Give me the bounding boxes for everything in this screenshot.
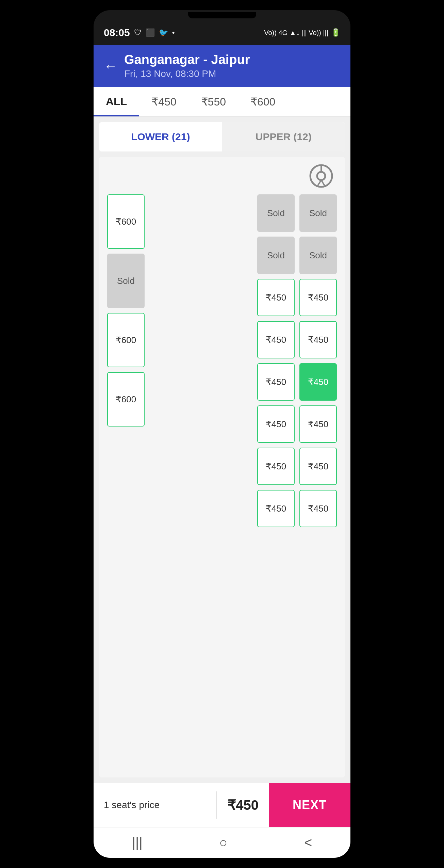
deck-toggle: LOWER (21) UPPER (12) <box>99 122 345 151</box>
seat-r6-1[interactable]: ₹450 <box>257 405 295 443</box>
seat-r3-1[interactable]: ₹450 <box>257 279 295 316</box>
seat-r6-2[interactable]: ₹450 <box>299 405 337 443</box>
notch-bar <box>94 10 350 20</box>
home-nav-icon[interactable]: ○ <box>219 835 227 850</box>
seat-r1-1[interactable]: Sold <box>257 194 295 232</box>
svg-line-3 <box>318 180 321 186</box>
dot-icon: • <box>172 28 175 37</box>
back-nav-icon[interactable]: < <box>304 835 312 850</box>
seat-r2-1[interactable]: Sold <box>257 237 295 274</box>
seat-r8-2[interactable]: ₹450 <box>299 490 337 527</box>
seat-map: ₹600 Sold ₹600 ₹600 <box>99 157 345 777</box>
departure-time: Fri, 13 Nov, 08:30 PM <box>124 68 250 79</box>
seat-left-2[interactable]: Sold <box>107 254 145 308</box>
total-price: ₹450 <box>217 797 269 813</box>
steering-wheel-icon <box>309 164 333 188</box>
seat-r4-2[interactable]: ₹450 <box>299 321 337 358</box>
tab-bar: ALL ₹450 ₹550 ₹600 <box>94 87 350 117</box>
steering-row <box>107 164 337 188</box>
left-column: ₹600 Sold ₹600 ₹600 <box>107 194 145 527</box>
bus-layout: ₹600 Sold ₹600 ₹600 <box>107 194 337 527</box>
right-col-2: Sold Sold ₹450 ₹450 <box>299 194 337 527</box>
tab-550[interactable]: ₹550 <box>189 87 238 116</box>
seat-left-3[interactable]: ₹600 <box>107 313 145 367</box>
amazon-icon: ⬛ <box>146 28 155 37</box>
svg-line-4 <box>321 180 325 186</box>
seat-r2-2[interactable]: Sold <box>299 237 337 274</box>
status-bar: 08:05 🛡 ⬛ 🐦 • Vo)) 4G ▲↓ ||| Vo)) ||| 🔋 <box>94 20 350 45</box>
seat-r5-2[interactable]: ₹450 <box>299 363 337 401</box>
seat-r7-2[interactable]: ₹450 <box>299 448 337 485</box>
tab-450[interactable]: ₹450 <box>139 87 188 116</box>
tab-all[interactable]: ALL <box>94 87 139 116</box>
tab-600[interactable]: ₹600 <box>238 87 287 116</box>
seat-left-1[interactable]: ₹600 <box>107 194 145 249</box>
next-button[interactable]: NEXT <box>269 783 350 827</box>
lower-deck-tab[interactable]: LOWER (21) <box>99 122 222 151</box>
battery-icon: 🔋 <box>331 28 340 37</box>
header: ← Ganganagar - Jaipur Fri, 13 Nov, 08:30… <box>94 45 350 87</box>
back-button[interactable]: ← <box>104 59 117 73</box>
svg-point-1 <box>317 172 325 180</box>
status-icons: Vo)) 4G ▲↓ ||| Vo)) ||| 🔋 <box>264 28 340 37</box>
right-section: Sold Sold ₹450 ₹450 <box>257 194 337 527</box>
seat-r5-1[interactable]: ₹450 <box>257 363 295 401</box>
twitter-icon: 🐦 <box>159 28 168 37</box>
bottom-bar: 1 seat's price ₹450 NEXT <box>94 783 350 827</box>
seat-r8-1[interactable]: ₹450 <box>257 490 295 527</box>
route-title: Ganganagar - Jaipur <box>124 52 250 67</box>
price-section: 1 seat's price <box>94 800 216 810</box>
signal-icons: Vo)) 4G ▲↓ ||| Vo)) ||| <box>264 29 328 37</box>
menu-nav-icon[interactable]: ||| <box>132 835 143 850</box>
seat-r3-2[interactable]: ₹450 <box>299 279 337 316</box>
seat-r1-2[interactable]: Sold <box>299 194 337 232</box>
seat-left-4[interactable]: ₹600 <box>107 372 145 427</box>
nav-bar: ||| ○ < <box>94 827 350 858</box>
main-content: LOWER (21) UPPER (12) <box>94 117 350 783</box>
seat-r4-1[interactable]: ₹450 <box>257 321 295 358</box>
upper-deck-tab[interactable]: UPPER (12) <box>222 122 345 151</box>
status-time: 08:05 <box>104 27 130 38</box>
seat-r7-1[interactable]: ₹450 <box>257 448 295 485</box>
right-col-1: Sold Sold ₹450 ₹450 <box>257 194 295 527</box>
seat-count-label: 1 seat's price <box>104 800 206 810</box>
notch <box>188 12 256 18</box>
shield-icon: 🛡 <box>134 28 142 37</box>
